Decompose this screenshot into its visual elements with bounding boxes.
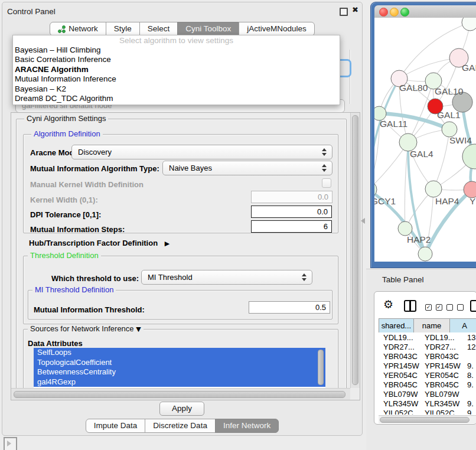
scrollbar-thumb[interactable] (380, 417, 470, 423)
network-tab-icon (58, 25, 66, 33)
mi-steps-field[interactable]: 6 (251, 220, 332, 233)
column-header-a[interactable]: A (450, 319, 476, 332)
attribute-item-topologicalcoefficient[interactable]: TopologicalCoefficient (34, 358, 325, 368)
attribute-item-gal4rgexp[interactable]: gal4RGexp (34, 377, 325, 387)
data-attributes-list: SelfLoopsTopologicalCoefficientBetweenne… (34, 348, 325, 388)
manual-kernel-checkbox[interactable] (322, 178, 331, 188)
scrollbar-thumb[interactable] (352, 115, 358, 385)
table-row[interactable]: YPR145WYPR145W9. (379, 361, 476, 370)
gear-icon[interactable]: ⚙ (383, 298, 393, 311)
hub-definition-toggle[interactable]: Hub/Transcription Factor Definition ▶ (29, 239, 169, 247)
table-cell: YER054C (425, 371, 459, 380)
which-threshold-select[interactable]: MI Threshold (141, 270, 312, 285)
arrow-icon (7, 441, 11, 446)
table-cell: YLR345W (425, 399, 459, 408)
select-all-columns-icon[interactable]: ✓ ✓ (425, 302, 442, 311)
network-edge[interactable] (374, 79, 399, 190)
partial-toolbar-icon[interactable] (470, 300, 476, 312)
split-pane-collapse-icon[interactable] (361, 218, 365, 224)
attribute-item-betweennesscentrality[interactable]: BetweennessCentrality (34, 367, 325, 377)
kernel-width-label: Kernel Width (0,1): (30, 195, 98, 204)
table-row[interactable]: YBR043CYBR043C (379, 351, 476, 361)
aracne-mode-select[interactable]: Discovery (71, 145, 332, 159)
control-panel-window: Control Panel ✖ NetworkStyleSelectCyni T… (2, 2, 363, 436)
table-row[interactable]: YDL19...YDL19...13 (379, 332, 476, 342)
table-row[interactable]: YLR345WYLR345W9. (379, 399, 476, 408)
network-node-hap4[interactable] (425, 181, 442, 197)
sources-toggle[interactable]: Sources for Network Inference ▼ (28, 325, 144, 333)
network-view-window: GALGAL80GAL10GAL1GAL11SWI4GAL4GCY1HAP4YH… (371, 2, 476, 268)
table-cell: 13 (467, 333, 475, 342)
network-node[interactable] (418, 247, 432, 261)
network-window-titlebar[interactable] (374, 5, 476, 18)
docked-panel-icon[interactable] (4, 437, 17, 450)
apply-button[interactable]: Apply (159, 402, 204, 416)
network-canvas[interactable]: GALGAL80GAL10GAL1GAL11SWI4GAL4GCY1HAP4YH… (374, 18, 476, 262)
attribute-item-selfloops[interactable]: SelfLoops (34, 348, 325, 358)
table-row[interactable]: YDR27...YDR27...12 (379, 342, 476, 351)
algorithm-option-bayesian-k2[interactable]: Bayesian – K2 (13, 84, 340, 94)
mi-algorithm-type-label: Mutual Information Algorithm Type: (30, 164, 159, 173)
tab-jactivemnodules[interactable]: jActiveMNodules (239, 22, 315, 36)
combo-stepper-icon (302, 273, 307, 282)
table-cell: 9. (467, 399, 474, 408)
mac-minimize-button[interactable] (390, 8, 399, 17)
table-horizontal-scrollbar[interactable] (379, 415, 476, 423)
node-label-y: Y (470, 196, 475, 206)
network-node[interactable] (462, 144, 476, 169)
column-header-name[interactable]: name (414, 319, 450, 332)
node-label-gal80: GAL80 (399, 83, 428, 93)
deselect-all-columns-icon[interactable] (446, 302, 464, 311)
settings-vertical-scrollbar[interactable] (350, 113, 360, 388)
cyni-settings-group-title: Cyni Algorithm Settings (24, 115, 108, 122)
tab-label-impute-data: Impute Data (94, 419, 138, 432)
mac-zoom-button[interactable] (400, 8, 409, 17)
table-row[interactable]: YBR045CYBR045C9. (379, 380, 476, 389)
node-label-gal: GAL (462, 63, 476, 73)
tab-select[interactable]: Select (139, 22, 178, 36)
table-row[interactable]: YER054CYER054C8. (379, 370, 476, 380)
tab-label-discretize-data: Discretize Data (153, 419, 207, 432)
node-label-hap4: HAP4 (435, 196, 459, 206)
mac-close-button[interactable] (379, 8, 388, 17)
node-label-gal1: GAL1 (437, 110, 461, 120)
tab-infer-network[interactable]: Infer Network (215, 419, 279, 433)
unchecked-box-icon (446, 304, 453, 311)
network-edge[interactable] (374, 190, 405, 229)
tab-label-network: Network (69, 22, 98, 35)
mi-threshold-field[interactable]: 0.5 (249, 301, 330, 314)
table-cell: 9 (467, 409, 471, 415)
tab-style[interactable]: Style (106, 22, 140, 36)
mi-algorithm-type-select[interactable]: Naive Bayes (162, 161, 332, 175)
table-cell: YDR27... (383, 343, 415, 351)
algorithm-option-basic-correlation-inference[interactable]: Basic Correlation Inference (13, 55, 340, 64)
algorithm-dropdown-list: Bayesian – Hill ClimbingBasic Correlatio… (13, 45, 340, 103)
tab-label-style: Style (114, 22, 132, 35)
algorithm-option-aracne-algorithm[interactable]: ARACNE Algorithm (13, 65, 340, 74)
tab-discretize-data[interactable]: Discretize Data (145, 419, 216, 433)
table-cell: YBR045C (383, 380, 418, 389)
close-icon[interactable]: ✖ (352, 5, 358, 14)
network-node[interactable] (462, 18, 476, 31)
dpi-tolerance-field[interactable]: 0.0 (251, 206, 332, 218)
column-header-shared[interactable]: shared... (379, 319, 414, 332)
table-cell: YLR345W (383, 399, 418, 408)
algorithm-option-mutual-information-inference[interactable]: Mutual Information Inference (13, 74, 340, 84)
kernel-width-field[interactable]: 0.0 (251, 191, 332, 203)
algorithm-option-bayesian-hill-climbing[interactable]: Bayesian – Hill Climbing (13, 45, 340, 55)
tab-network[interactable]: Network (50, 22, 106, 36)
collapsed-right-icon: ▶ (165, 240, 169, 247)
algorithm-option-dream8-dc-tdc-algorithm[interactable]: Dream8 DC_TDC Algorithm (13, 94, 340, 103)
float-icon[interactable] (340, 8, 348, 16)
table-row[interactable]: YBL079WYBL079W (379, 389, 476, 399)
scrollbar-thumb[interactable] (14, 391, 345, 398)
settings-horizontal-scrollbar[interactable] (11, 388, 350, 400)
table-cell: YDR27... (425, 343, 456, 351)
table-row[interactable]: YIL052CYIL052C9 (379, 408, 476, 415)
list-scrollbar[interactable] (318, 350, 324, 385)
tab-impute-data[interactable]: Impute Data (86, 419, 146, 433)
columns-icon[interactable] (404, 300, 416, 312)
tab-cyni-toolbox[interactable]: Cyni Toolbox (177, 22, 239, 36)
table-cell: YDL19... (425, 333, 455, 342)
network-node-hap2[interactable] (398, 221, 412, 236)
